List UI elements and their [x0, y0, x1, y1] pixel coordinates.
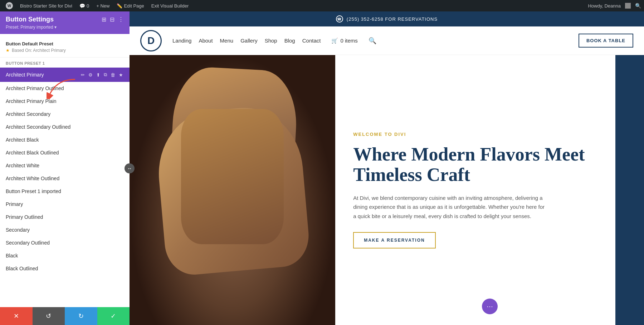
- main-layout: Button Settings ⊞ ⊟ ⋮ Preset: Primary im…: [0, 11, 644, 325]
- nav-item-contact[interactable]: Contact: [302, 38, 321, 44]
- preset-item-architect-black[interactable]: Architect Black: [0, 133, 130, 146]
- site-search-icon[interactable]: 🔍: [369, 37, 376, 45]
- preset-item-label: Architect Primary Plain: [6, 98, 124, 104]
- site-logo[interactable]: D: [140, 30, 162, 51]
- admin-avatar: [625, 3, 631, 9]
- comment-icon: 💬: [79, 3, 85, 9]
- nav-item-blog[interactable]: Blog: [284, 38, 295, 44]
- hero-headline: Where Modern Flavors Meet Timeless Craft: [353, 144, 626, 185]
- site-name-item[interactable]: Bistro Starter Site for Divi: [17, 0, 75, 11]
- wp-logo-item[interactable]: W: [3, 0, 16, 11]
- preset-item-secondary-outlined[interactable]: Secondary Outlined: [0, 236, 130, 249]
- phone-text: (255) 352-6258 FOR RESERVATIONS: [347, 16, 438, 22]
- preset-item-label: Primary Outlined: [6, 214, 124, 220]
- undo-button[interactable]: ↺: [33, 307, 65, 325]
- panel-subtitle: Preset: Primary imported ▾: [6, 25, 124, 30]
- responsive-icon[interactable]: ⊞: [102, 16, 106, 23]
- save-button[interactable]: ✓: [97, 307, 130, 325]
- bread-sesame: [181, 109, 284, 244]
- save-icon: ✓: [111, 312, 116, 320]
- dots-icon: ⋯: [487, 302, 493, 310]
- edit-page-label: Edit Page: [124, 3, 144, 9]
- hero-cta-label: MAKE A RESERVATION: [364, 238, 425, 243]
- star-preset-icon[interactable]: ★: [118, 72, 124, 78]
- menu-icon[interactable]: ⋮: [118, 16, 124, 23]
- preset-item-architect-primary[interactable]: Architect Primary ✏ ⚙ ⬆ ⧉ 🗑 ★: [0, 68, 130, 82]
- book-table-button[interactable]: BOOK A TABLE: [579, 34, 633, 48]
- preset-item-architect-primary-outlined[interactable]: Architect Primary Outlined: [0, 82, 130, 95]
- site-nav: D Landing About Menu Gallery Shop Blog C…: [130, 26, 644, 55]
- preset-item-label: Architect Primary Outlined: [6, 85, 124, 91]
- preset-item-primary[interactable]: Primary: [0, 198, 130, 211]
- preset-item-primary-outlined[interactable]: Primary Outlined: [0, 211, 130, 223]
- preset-item-label: Button Preset 1 imported: [6, 188, 124, 194]
- site-cart[interactable]: 🛒 0 items: [331, 38, 357, 44]
- admin-search-icon[interactable]: 🔍: [635, 3, 641, 9]
- preset-item-label: Secondary Outlined: [6, 240, 124, 246]
- dots-button[interactable]: ⋯: [482, 299, 498, 314]
- preset-item-architect-black-outlined[interactable]: Architect Black Outlined: [0, 146, 130, 159]
- hero-food-image: [130, 55, 335, 325]
- hero-image-side: [130, 55, 335, 325]
- comments-item[interactable]: 💬 0: [77, 0, 92, 11]
- settings-preset-icon[interactable]: ⚙: [88, 72, 93, 78]
- hero-cta-button[interactable]: MAKE A RESERVATION: [353, 232, 435, 248]
- close-button[interactable]: ✕: [0, 307, 33, 325]
- left-panel: Button Settings ⊞ ⊟ ⋮ Preset: Primary im…: [0, 11, 130, 325]
- site-menu: Landing About Menu Gallery Shop Blog Con…: [172, 37, 568, 45]
- nav-item-landing[interactable]: Landing: [172, 38, 191, 44]
- nav-item-shop[interactable]: Shop: [265, 38, 277, 44]
- resize-handle[interactable]: ↔: [125, 163, 135, 173]
- preset-item-label: Secondary: [6, 227, 124, 233]
- preset-item-black[interactable]: Black: [0, 249, 130, 262]
- preset-item-label: Primary: [6, 201, 124, 207]
- right-content: ☎ (255) 352-6258 FOR RESERVATIONS D Land…: [130, 11, 644, 325]
- phone-icon: ☎: [336, 15, 343, 23]
- food-visual: [130, 55, 335, 325]
- preset-item-black-outlined[interactable]: Black Outlined: [0, 262, 130, 275]
- new-item[interactable]: + New: [93, 0, 112, 11]
- nav-item-about[interactable]: About: [199, 38, 213, 44]
- based-on-label: Based On: Architect Primary: [12, 48, 66, 53]
- preset-item-actions: ✏ ⚙ ⬆ ⧉ 🗑 ★: [80, 71, 124, 78]
- site-logo-text: D: [147, 35, 155, 46]
- preset-item-secondary[interactable]: Secondary: [0, 223, 130, 236]
- default-preset-based: ★ Based On: Architect Primary: [6, 48, 124, 53]
- exit-builder-item[interactable]: Exit Visual Builder: [148, 0, 192, 11]
- redo-button[interactable]: ↻: [65, 307, 97, 325]
- new-label: + New: [96, 3, 109, 9]
- default-preset-section: Button Default Preset ★ Based On: Archit…: [0, 38, 130, 58]
- copy-preset-icon[interactable]: ⧉: [103, 71, 108, 78]
- preset-item-label: Architect White Outlined: [6, 176, 124, 181]
- edit-preset-icon[interactable]: ✏: [80, 72, 86, 78]
- layout-icon[interactable]: ⊟: [110, 16, 114, 23]
- preset-item-architect-primary-plain[interactable]: Architect Primary Plain: [0, 95, 130, 108]
- preset-item-architect-white-outlined[interactable]: Architect White Outlined: [0, 172, 130, 185]
- preset-item-architect-secondary[interactable]: Architect Secondary: [0, 108, 130, 120]
- exit-builder-label: Exit Visual Builder: [151, 3, 189, 9]
- hero-right-bg: [615, 55, 644, 325]
- default-preset-title: Button Default Preset: [6, 41, 124, 46]
- panel-content: Button Default Preset ★ Based On: Archit…: [0, 34, 130, 307]
- howdy-text: Howdy, Deanna: [588, 3, 621, 9]
- edit-icon: ✏️: [117, 3, 122, 9]
- edit-page-item[interactable]: ✏️ Edit Page: [114, 0, 147, 11]
- preset-item-label: Architect Secondary: [6, 111, 124, 117]
- preset-item-label: Architect Primary: [6, 72, 80, 78]
- preset-item-label: Black Outlined: [6, 266, 124, 271]
- delete-preset-icon[interactable]: 🗑: [110, 72, 116, 78]
- nav-item-gallery[interactable]: Gallery: [240, 38, 258, 44]
- hero-dots: ⋯: [482, 299, 498, 314]
- nav-item-menu[interactable]: Menu: [220, 38, 234, 44]
- close-icon: ✕: [14, 312, 19, 320]
- preset-item-architect-secondary-outlined[interactable]: Architect Secondary Outlined: [0, 120, 130, 133]
- site-topbar: ☎ (255) 352-6258 FOR RESERVATIONS: [130, 11, 644, 26]
- preset-item-architect-white[interactable]: Architect White: [0, 159, 130, 172]
- star-icon: ★: [6, 48, 10, 53]
- wp-logo-icon: W: [6, 2, 13, 9]
- redo-icon: ↻: [78, 312, 84, 320]
- export-preset-icon[interactable]: ⬆: [96, 72, 101, 78]
- book-btn-label: BOOK A TABLE: [586, 38, 625, 43]
- preset-item-label: Architect Black Outlined: [6, 150, 124, 156]
- preset-item-button-preset-1-imported[interactable]: Button Preset 1 imported: [0, 185, 130, 198]
